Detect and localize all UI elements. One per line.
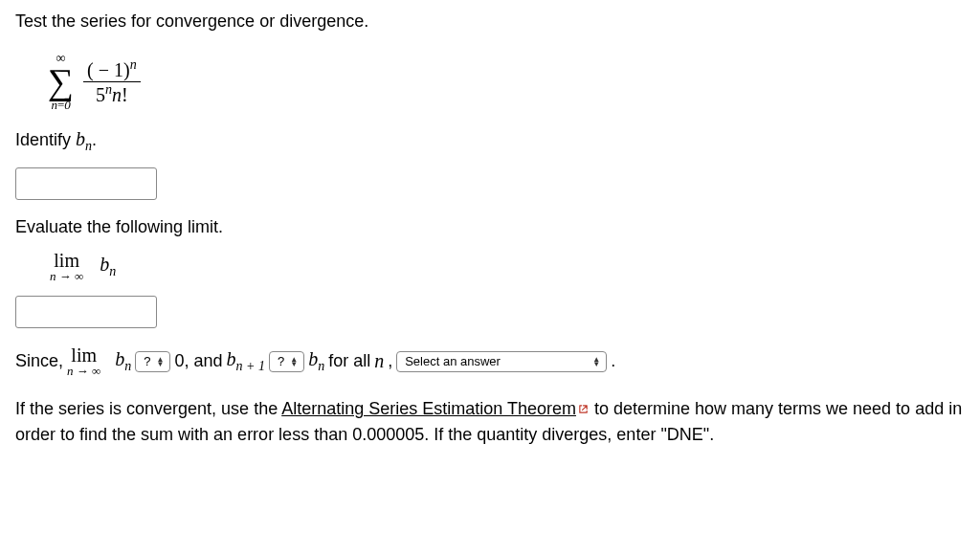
fraction-numerator: ( − 1)n — [83, 57, 141, 82]
sigma-icon: ∑ — [48, 66, 74, 97]
dropdown-label: ? — [144, 354, 150, 368]
identify-label: Identify bn. — [15, 128, 965, 154]
final-instruction: If the series is convergent, use the Alt… — [15, 396, 965, 448]
dropdown-label: ? — [278, 354, 284, 368]
dropdown-label: Select an answer — [405, 354, 501, 368]
period: . — [611, 351, 615, 371]
conclusion-line: Since, lim n → ∞ bn ? ▲▼ 0, and bn + 1 ?… — [15, 345, 965, 377]
limit-expression: lim n → ∞ bn — [50, 251, 965, 282]
question-prompt: Test the series for convergence or diver… — [15, 11, 965, 32]
limit-notation: lim n → ∞ — [50, 251, 83, 282]
since-text: Since, — [15, 351, 63, 371]
answer-dropdown[interactable]: Select an answer ▲▼ — [396, 351, 607, 372]
compare-zero-dropdown[interactable]: ? ▲▼ — [135, 351, 170, 372]
for-all-text: for all — [328, 351, 370, 371]
lim-approach: n → ∞ — [50, 270, 83, 282]
series-expression: ∞ ∑ n=0 ( − 1)n 5nn! — [48, 45, 965, 111]
sigma-lower-bound: n=0 — [51, 99, 70, 111]
series-fraction: ( − 1)n 5nn! — [83, 57, 141, 105]
updown-icon: ▲▼ — [157, 357, 165, 366]
limit-input[interactable] — [15, 296, 157, 328]
theorem-link[interactable]: Alternating Series Estimation Theorem — [281, 399, 576, 418]
updown-icon: ▲▼ — [592, 357, 600, 366]
sigma-notation: ∞ ∑ n=0 — [48, 52, 74, 111]
fraction-denominator: 5nn! — [92, 82, 132, 106]
compare-bn-dropdown[interactable]: ? ▲▼ — [269, 351, 304, 372]
limit-notation-inline: lim n → ∞ — [67, 345, 100, 377]
external-link-icon — [578, 404, 590, 415]
evaluate-label: Evaluate the following limit. — [15, 217, 965, 237]
zero-and-text: 0, and — [174, 351, 222, 371]
lim-text: lim — [54, 251, 79, 270]
updown-icon: ▲▼ — [290, 357, 298, 366]
bn-input[interactable] — [15, 167, 157, 200]
